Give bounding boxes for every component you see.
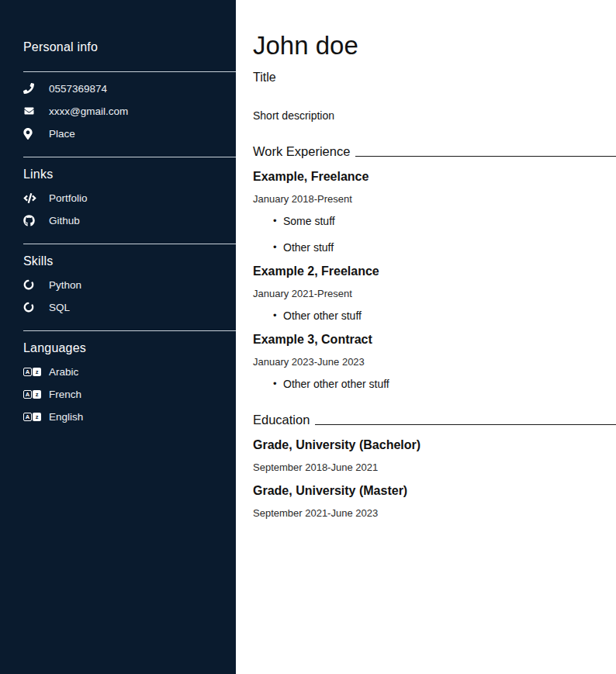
github-icon [23, 215, 39, 226]
code-icon [23, 193, 39, 203]
contact-place: Place [23, 127, 236, 140]
language-icon: Az [23, 390, 39, 399]
language-icon: Az [23, 413, 39, 421]
bullet-item: Some stuff [273, 215, 616, 227]
bullet-item: Other stuff [273, 241, 616, 254]
circle-notch-icon [23, 302, 39, 313]
candidate-title: Title [253, 71, 616, 85]
link-portfolio[interactable]: Portfolio [23, 192, 236, 204]
section-heading-label: Education [253, 413, 310, 427]
entry-date: September 2021-June 2023 [253, 507, 616, 519]
sidebar-heading-languages: Languages [23, 341, 236, 355]
language-english: Az English [23, 410, 236, 423]
language-arabic: Az Arabic [23, 365, 236, 378]
language-label: French [49, 389, 81, 400]
entry-date: January 2023-June 2023 [253, 356, 616, 368]
skill-python: Python [23, 278, 236, 291]
bullet-list: Other other other stuff [253, 378, 616, 390]
section-heading-education: Education [253, 413, 616, 427]
phone-icon [23, 83, 39, 94]
contact-email: xxxx@gmail.com [23, 105, 236, 117]
sidebar-divider [23, 157, 236, 157]
location-icon [23, 128, 39, 140]
bullet-list: Some stuff Other stuff [253, 215, 616, 254]
resume-page: Personal info 0557369874 xxxx@gmail.com … [0, 0, 616, 674]
skill-label: SQL [49, 302, 70, 313]
section-heading-rule [355, 156, 616, 157]
language-french: Az French [23, 388, 236, 400]
language-label: Arabic [49, 366, 78, 378]
entry-title: Grade, University (Bachelor) [253, 438, 616, 452]
entry-title: Example 3, Contract [253, 333, 616, 347]
circle-notch-icon [23, 279, 39, 290]
sidebar-divider [23, 71, 236, 72]
language-icon: Az [23, 368, 39, 376]
contact-phone: 0557369874 [23, 82, 236, 95]
link-github[interactable]: Github [23, 214, 236, 226]
entry-title: Example 2, Freelance [253, 264, 616, 278]
sidebar-divider [23, 330, 236, 331]
entry-date: January 2021-Present [253, 288, 616, 299]
section-heading-label: Work Experience [253, 144, 350, 159]
skill-sql: SQL [23, 301, 236, 313]
contact-phone-value: 0557369874 [49, 83, 107, 95]
entry-title: Grade, University (Master) [253, 484, 616, 498]
link-portfolio-label: Portfolio [49, 192, 88, 204]
link-github-label: Github [49, 215, 80, 226]
section-heading-work-experience: Work Experience [253, 144, 616, 159]
resume-body: John doe Title Short description Work Ex… [236, 0, 616, 674]
language-label: English [49, 411, 83, 423]
contact-email-value: xxxx@gmail.com [49, 105, 128, 117]
bullet-item: Other other stuff [273, 309, 616, 322]
skill-label: Python [49, 279, 81, 291]
entry-title: Example, Freelance [253, 170, 616, 184]
bullet-item: Other other other stuff [273, 378, 616, 390]
sidebar-divider [23, 244, 236, 244]
candidate-name: John doe [253, 33, 616, 60]
section-heading-rule [315, 424, 616, 425]
sidebar-heading-skills: Skills [23, 254, 236, 268]
entry-date: January 2018-Present [253, 193, 616, 205]
sidebar-heading-links: Links [23, 168, 236, 181]
bullet-list: Other other stuff [253, 309, 616, 322]
entry-date: September 2018-June 2021 [253, 461, 616, 473]
sidebar: Personal info 0557369874 xxxx@gmail.com … [0, 0, 236, 674]
short-description: Short description [253, 109, 616, 122]
contact-place-value: Place [49, 128, 75, 140]
envelope-icon [23, 106, 39, 116]
sidebar-heading-personal-info: Personal info [23, 40, 236, 54]
